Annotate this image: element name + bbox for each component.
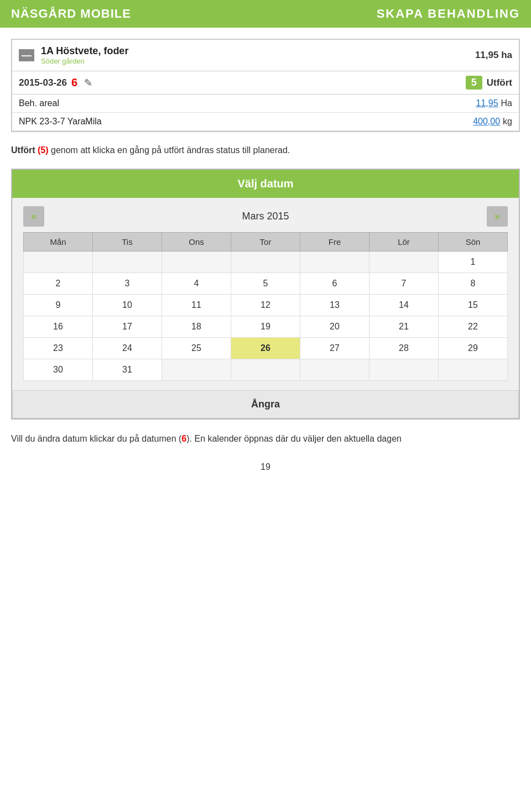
angra-button[interactable]: Ångra bbox=[12, 390, 519, 418]
weekday-son: Sön bbox=[439, 232, 508, 251]
calendar-day bbox=[24, 251, 93, 273]
calendar-day[interactable]: 25 bbox=[162, 337, 231, 359]
calendar-day bbox=[93, 251, 162, 273]
main-content: — 1A Höstvete, foder Söder gården 11,95 … bbox=[0, 28, 531, 500]
beh-unit: Ha bbox=[501, 98, 512, 108]
calendar-day bbox=[300, 251, 369, 273]
calendar-day[interactable]: 26 bbox=[231, 337, 300, 359]
calendar-day[interactable]: 10 bbox=[93, 294, 162, 316]
npk-value[interactable]: 400,00 bbox=[473, 117, 500, 127]
weekday-lor: Lör bbox=[369, 232, 439, 251]
calendar-day[interactable]: 15 bbox=[439, 294, 508, 316]
bottom-description: Vill du ändra datum klickar du på datume… bbox=[11, 432, 520, 446]
card-title-block: 1A Höstvete, foder Söder gården bbox=[41, 45, 475, 65]
prev-month-button[interactable]: « bbox=[23, 206, 44, 227]
calendar-week-row: 3031 bbox=[24, 359, 508, 380]
calendar-day[interactable]: 5 bbox=[231, 273, 300, 294]
status-text: Utfört bbox=[487, 77, 512, 88]
calendar-day[interactable]: 27 bbox=[300, 337, 369, 359]
calendar-container: Välj datum « Mars 2015 » Mån Tis Ons Tor… bbox=[11, 169, 520, 420]
month-year-label: Mars 2015 bbox=[242, 211, 289, 222]
field-name: Höstvete, foder bbox=[56, 45, 128, 56]
calendar-day[interactable]: 3 bbox=[93, 273, 162, 294]
card-title: 1A Höstvete, foder bbox=[41, 45, 475, 57]
calendar-day[interactable]: 14 bbox=[369, 294, 439, 316]
calendar-day[interactable]: 2 bbox=[24, 273, 93, 294]
calendar-inner: « Mars 2015 » Mån Tis Ons Tor Fre Lör Sö… bbox=[12, 198, 519, 389]
desc-highlight-red: (5) bbox=[38, 145, 49, 155]
calendar-day[interactable]: 1 bbox=[439, 251, 508, 273]
next-month-button[interactable]: » bbox=[487, 206, 508, 227]
treatment-card: — 1A Höstvete, foder Söder gården 11,95 … bbox=[11, 39, 520, 132]
calendar-day[interactable]: 4 bbox=[162, 273, 231, 294]
calendar-day[interactable]: 20 bbox=[300, 316, 369, 337]
card-subtitle: Söder gården bbox=[41, 57, 475, 65]
edit-icon[interactable]: ✎ bbox=[84, 77, 92, 89]
bottom-highlight: 6 bbox=[181, 434, 186, 443]
calendar-day[interactable]: 23 bbox=[24, 337, 93, 359]
bottom-text1: Vill du ändra datum klickar du på datume… bbox=[11, 434, 181, 443]
desc-bold: Utfört bbox=[11, 145, 35, 155]
npk-row: NPK 23-3-7 YaraMila 400,00 kg bbox=[12, 113, 519, 131]
calendar-day[interactable]: 28 bbox=[369, 337, 439, 359]
calendar-day[interactable]: 18 bbox=[162, 316, 231, 337]
calendar-day[interactable]: 21 bbox=[369, 316, 439, 337]
app-header: NÄSGÅRD MOBILE SKAPA BEHANDLING bbox=[0, 0, 531, 28]
page-number: 19 bbox=[11, 462, 520, 483]
calendar-day[interactable]: 22 bbox=[439, 316, 508, 337]
card-minus-icon[interactable]: — bbox=[19, 49, 34, 61]
card-date: 2015-03-26 bbox=[19, 77, 67, 88]
calendar-day bbox=[369, 359, 439, 380]
npk-unit: kg bbox=[503, 117, 512, 127]
card-status-block: 5 Utfört bbox=[466, 76, 512, 90]
card-top-row: — 1A Höstvete, foder Söder gården 11,95 … bbox=[12, 40, 519, 71]
desc-text-after: genom att klicka en gång på utfört ändra… bbox=[51, 145, 290, 155]
card-date-row: 2015-03-26 6 ✎ 5 Utfört bbox=[12, 71, 519, 95]
calendar-day[interactable]: 8 bbox=[439, 273, 508, 294]
field-ha: 11,95 ha bbox=[475, 50, 512, 61]
beh-value[interactable]: 11,95 bbox=[476, 98, 498, 108]
status-number[interactable]: 5 bbox=[466, 76, 482, 90]
calendar-day[interactable]: 16 bbox=[24, 316, 93, 337]
calendar-day[interactable]: 29 bbox=[439, 337, 508, 359]
calendar-day[interactable]: 6 bbox=[300, 273, 369, 294]
calendar-day[interactable]: 24 bbox=[93, 337, 162, 359]
beh-areal-row: Beh. areal 11,95 Ha bbox=[12, 95, 519, 113]
calendar-day[interactable]: 11 bbox=[162, 294, 231, 316]
calendar-week-row: 2345678 bbox=[24, 273, 508, 294]
page-title: SKAPA BEHANDLING bbox=[377, 7, 520, 21]
date-badge[interactable]: 6 bbox=[71, 76, 77, 89]
calendar-day bbox=[162, 251, 231, 273]
description-text: Utfört (5) genom att klicka en gång på u… bbox=[11, 143, 520, 158]
calendar-day[interactable]: 31 bbox=[93, 359, 162, 380]
beh-label: Beh. areal bbox=[19, 98, 476, 108]
calendar-day[interactable]: 17 bbox=[93, 316, 162, 337]
calendar-body: 1234567891011121314151617181920212223242… bbox=[24, 251, 508, 380]
calendar-day bbox=[231, 359, 300, 380]
app-title: NÄSGÅRD MOBILE bbox=[11, 7, 131, 21]
calendar-week-row: 23242526272829 bbox=[24, 337, 508, 359]
calendar-day[interactable]: 9 bbox=[24, 294, 93, 316]
calendar-nav: « Mars 2015 » bbox=[23, 206, 508, 227]
calendar-week-row: 1 bbox=[24, 251, 508, 273]
calendar-week-row: 9101112131415 bbox=[24, 294, 508, 316]
calendar-day[interactable]: 13 bbox=[300, 294, 369, 316]
calendar-day[interactable]: 7 bbox=[369, 273, 439, 294]
calendar-header: Välj datum bbox=[12, 170, 519, 198]
calendar-weekdays: Mån Tis Ons Tor Fre Lör Sön bbox=[24, 232, 508, 251]
weekday-ons: Ons bbox=[162, 232, 231, 251]
weekday-fre: Fre bbox=[300, 232, 369, 251]
calendar-day[interactable]: 19 bbox=[231, 316, 300, 337]
bottom-text2: ). En kalender öppnas där du väljer den … bbox=[186, 434, 402, 443]
calendar-grid: Mån Tis Ons Tor Fre Lör Sön 123456789101… bbox=[23, 232, 508, 381]
weekday-tis: Tis bbox=[93, 232, 162, 251]
weekday-row: Mån Tis Ons Tor Fre Lör Sön bbox=[24, 232, 508, 251]
calendar-day bbox=[162, 359, 231, 380]
calendar-week-row: 16171819202122 bbox=[24, 316, 508, 337]
calendar-day[interactable]: 30 bbox=[24, 359, 93, 380]
weekday-tor: Tor bbox=[231, 232, 300, 251]
calendar-day bbox=[231, 251, 300, 273]
calendar-day bbox=[300, 359, 369, 380]
calendar-day[interactable]: 12 bbox=[231, 294, 300, 316]
field-id: 1A bbox=[41, 45, 53, 56]
